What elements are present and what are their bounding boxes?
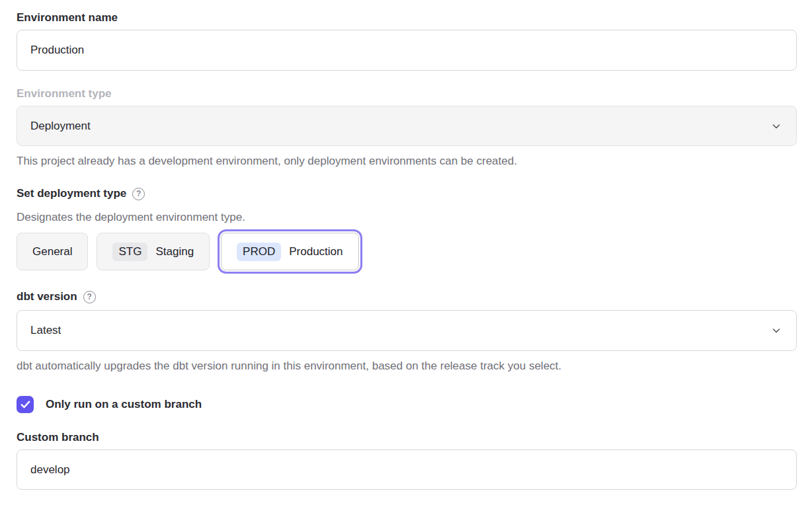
check-icon (20, 401, 30, 408)
chevron-down-icon (771, 121, 782, 132)
dbt-version-value: Latest (30, 324, 61, 337)
question-circle-icon[interactable]: ? (132, 188, 145, 200)
dbt-version-heading: dbt version ? (17, 290, 797, 304)
custom-branch-label: Custom branch (17, 430, 797, 445)
production-badge: PROD (237, 243, 281, 261)
environment-type-label: Environment type (17, 87, 797, 101)
dbt-version-heading-label: dbt version (17, 290, 77, 304)
environment-type-value: Deployment (30, 120, 91, 133)
custom-branch-checkbox-label[interactable]: Only run on a custom branch (46, 398, 202, 411)
dbt-version-select[interactable]: Latest (17, 310, 797, 351)
custom-branch-checkbox[interactable] (17, 396, 34, 413)
environment-type-helper: This project already has a development e… (17, 154, 797, 169)
environment-settings-form: Environment name Environment type Deploy… (0, 0, 812, 490)
question-circle-icon[interactable]: ? (83, 291, 96, 303)
staging-badge: STG (112, 243, 147, 261)
dbt-version-helper: dbt automatically upgrades the dbt versi… (17, 359, 797, 373)
deployment-type-options: General STG Staging PROD Production (17, 233, 797, 270)
deployment-type-option-general-label: General (32, 245, 72, 258)
chevron-down-icon (771, 325, 782, 336)
custom-branch-input[interactable] (17, 449, 797, 490)
environment-type-select: Deployment (17, 106, 797, 146)
deployment-type-option-production-label: Production (289, 245, 343, 258)
custom-branch-checkbox-row: Only run on a custom branch (17, 396, 797, 413)
environment-name-label: Environment name (17, 11, 797, 25)
environment-name-input[interactable] (17, 30, 797, 71)
deployment-type-option-production[interactable]: PROD Production (221, 233, 358, 270)
deployment-type-option-staging[interactable]: STG Staging (97, 233, 210, 270)
deployment-type-option-staging-label: Staging (155, 245, 194, 258)
deployment-type-option-general[interactable]: General (17, 233, 88, 270)
deployment-type-description: Designates the deployment environment ty… (17, 210, 797, 225)
deployment-type-heading: Set deployment type ? (17, 186, 797, 201)
deployment-type-heading-label: Set deployment type (17, 186, 126, 201)
